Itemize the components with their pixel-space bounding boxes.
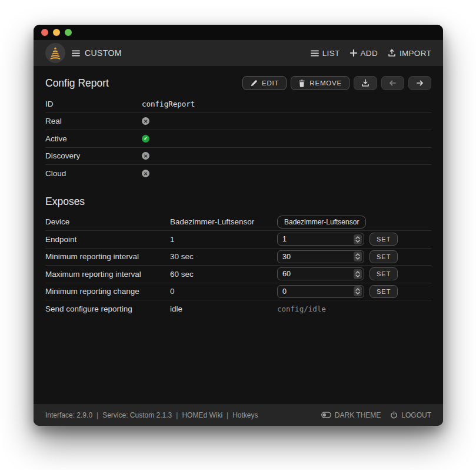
expose-value: idle <box>170 304 277 313</box>
main-content: Config Report EDIT REMOVE <box>34 66 443 404</box>
edit-button[interactable]: EDIT <box>242 76 287 90</box>
exposes-heading: Exposes <box>45 192 431 212</box>
expose-label: Minimum reporting change <box>45 287 170 296</box>
mqtt-topic: config/idle <box>277 304 326 313</box>
property-value: configReport <box>142 100 195 108</box>
table-row: Real ✕ <box>45 113 431 131</box>
power-icon <box>390 411 398 419</box>
wiki-link[interactable]: HOMEd Wiki <box>182 411 222 419</box>
endpoint-input-value: 1 <box>282 235 287 243</box>
plus-icon <box>350 49 357 57</box>
titlebar <box>34 25 443 40</box>
minimize-window-button[interactable] <box>53 29 60 36</box>
properties-table: ID configReport Real ✕ Active ✓ Discover… <box>45 95 431 183</box>
close-window-button[interactable] <box>41 29 48 36</box>
interface-version: Interface: 2.9.0 <box>45 411 92 419</box>
service-name: CUSTOM <box>85 48 122 58</box>
exposes-table: Device Badezimmer-Luftsensor Badezimmer-… <box>45 214 431 318</box>
table-row: Minimum reporting interval 30 sec 30 SET <box>45 249 431 266</box>
number-stepper[interactable] <box>354 234 362 244</box>
endpoint-set-button[interactable]: SET <box>370 233 398 246</box>
expose-label: Minimum reporting interval <box>45 252 170 261</box>
next-item-button[interactable] <box>408 76 431 90</box>
table-row: Cloud ✕ <box>45 165 431 183</box>
list-icon <box>311 50 319 57</box>
app-window: CUSTOM LIST ADD IMPORT <box>34 25 443 426</box>
hamburger-menu-icon <box>72 50 80 57</box>
pencil-icon <box>250 80 258 87</box>
nav-add[interactable]: ADD <box>350 49 378 58</box>
min-change-set-button[interactable]: SET <box>370 285 398 298</box>
min-interval-set-button[interactable]: SET <box>370 250 398 263</box>
table-row: Active ✓ <box>45 130 431 148</box>
remove-button[interactable]: REMOVE <box>291 76 349 90</box>
beacon-logo-icon <box>48 47 62 60</box>
status-true-icon: ✓ <box>142 135 149 143</box>
expose-value: 30 sec <box>170 252 277 261</box>
table-row: Maximum reporting interval 60 sec 60 SET <box>45 266 431 283</box>
expose-value: 1 <box>170 235 277 244</box>
number-stepper[interactable] <box>354 251 362 262</box>
header-nav: LIST ADD IMPORT <box>311 49 431 58</box>
arrow-left-icon <box>389 80 397 86</box>
arrow-right-icon <box>416 80 424 86</box>
service-version: Service: Custom 2.1.3 <box>102 411 172 419</box>
expose-label: Send configure reporting <box>45 304 170 313</box>
upload-icon <box>388 49 396 57</box>
min-change-input-value: 0 <box>282 287 287 296</box>
nav-list[interactable]: LIST <box>311 49 340 58</box>
table-row: Minimum reporting change 0 0 SET <box>45 283 431 301</box>
endpoint-input[interactable]: 1 <box>277 233 364 246</box>
homed-logo[interactable] <box>45 43 65 63</box>
min-interval-input-value: 30 <box>282 253 291 261</box>
table-row: Send configure reporting idle config/idl… <box>45 300 431 318</box>
max-interval-set-button[interactable]: SET <box>370 267 398 280</box>
logout-button[interactable]: LOGOUT <box>390 411 431 419</box>
status-false-icon: ✕ <box>142 117 149 125</box>
table-row: Endpoint 1 1 SET <box>45 231 431 249</box>
min-interval-input[interactable]: 30 <box>277 250 364 263</box>
toolbar: EDIT REMOVE <box>242 76 431 90</box>
expose-value: Badezimmer-Luftsensor <box>170 217 277 226</box>
zoom-window-button[interactable] <box>65 29 72 36</box>
app-header: CUSTOM LIST ADD IMPORT <box>34 40 443 66</box>
device-link-button[interactable]: Badezimmer-Luftsensor <box>277 216 366 229</box>
table-row: Device Badezimmer-Luftsensor Badezimmer-… <box>45 214 431 231</box>
number-stepper[interactable] <box>354 269 362 279</box>
max-interval-input-value: 60 <box>282 270 291 278</box>
property-label: ID <box>45 100 142 108</box>
status-false-icon: ✕ <box>142 152 149 160</box>
min-change-input[interactable]: 0 <box>277 285 364 298</box>
theme-toggle-icon <box>321 412 331 418</box>
export-button[interactable] <box>354 76 377 90</box>
theme-toggle[interactable]: DARK THEME <box>321 411 381 419</box>
expose-label: Endpoint <box>45 235 170 244</box>
table-row: Discovery ✕ <box>45 148 431 166</box>
expose-label: Maximum reporting interval <box>45 270 170 279</box>
table-row: ID configReport <box>45 95 431 113</box>
previous-item-button[interactable] <box>381 76 404 90</box>
max-interval-input[interactable]: 60 <box>277 267 364 280</box>
page-header: Config Report EDIT REMOVE <box>45 72 431 94</box>
download-icon <box>361 79 370 87</box>
expose-value: 60 sec <box>170 270 277 279</box>
property-label: Real <box>45 117 142 125</box>
expose-label: Device <box>45 217 170 226</box>
status-false-icon: ✕ <box>142 170 149 177</box>
number-stepper[interactable] <box>354 286 362 296</box>
service-menu[interactable]: CUSTOM <box>72 48 122 58</box>
hotkeys-link[interactable]: Hotkeys <box>232 411 258 419</box>
page-title: Config Report <box>45 77 109 90</box>
property-label: Active <box>45 134 142 143</box>
app-footer: Interface: 2.9.0 | Service: Custom 2.1.3… <box>34 404 443 426</box>
expose-value: 0 <box>170 287 277 296</box>
nav-import[interactable]: IMPORT <box>388 49 431 58</box>
trash-icon <box>298 80 305 87</box>
property-label: Discovery <box>45 151 142 160</box>
property-label: Cloud <box>45 169 142 178</box>
